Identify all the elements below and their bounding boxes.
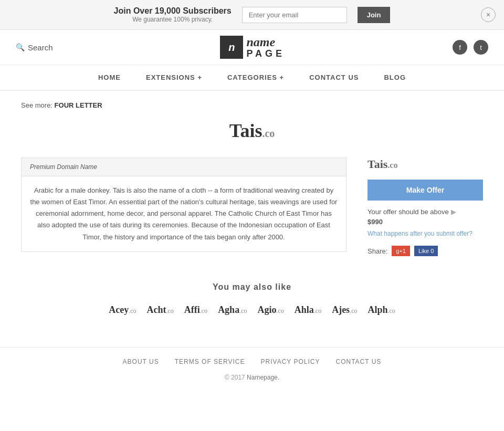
top-banner: Join Over 19,000 Subscribers We guarante… <box>0 0 504 30</box>
logo[interactable]: n name PAGE <box>220 35 285 59</box>
domain-link-item[interactable]: Agio.co <box>257 304 284 316</box>
domain-item-name: Agio <box>257 304 276 315</box>
domain-link-item[interactable]: Ahla.co <box>295 304 321 316</box>
banner-text: Join Over 19,000 Subscribers We guarante… <box>114 6 232 23</box>
banner-close-button[interactable]: × <box>481 7 496 22</box>
domain-item-name: Affi <box>184 304 200 315</box>
domain-item-name: Agha <box>218 304 239 315</box>
fb-like-label: Like <box>418 248 429 254</box>
domain-main-name: Tais.co <box>229 120 275 141</box>
domain-item-tld: .co <box>200 307 207 314</box>
banner-email-input[interactable] <box>242 7 347 23</box>
nav-extensions[interactable]: EXTENSIONS + <box>133 65 215 90</box>
desc-header: Premium Domain Name <box>22 158 346 176</box>
domain-item-name: Alph <box>368 304 387 315</box>
facebook-like-button[interactable]: Like 0 <box>414 246 438 256</box>
logo-icon-box: n <box>220 36 243 59</box>
nav-home[interactable]: HOME <box>86 65 133 90</box>
main-content: See more: FOUR LETTER Tais.co Premium Do… <box>0 91 504 347</box>
domain-link-item[interactable]: Agha.co <box>218 304 247 316</box>
banner-subline: We guarantee 100% privacy. <box>114 16 232 23</box>
desc-body: Arabic for a male donkey. Tais is also t… <box>22 176 346 251</box>
domain-link-item[interactable]: Acht.co <box>146 304 173 316</box>
gplus-label: g+1 <box>396 248 406 254</box>
share-row: Share: g+1 Like 0 <box>368 246 483 256</box>
copyright-text: © 2017 <box>225 374 245 381</box>
offer-info: Your offer should be above ▶ <box>368 208 483 216</box>
content-grid: Premium Domain Name Arabic for a male do… <box>21 157 483 256</box>
search-icon: 🔍 <box>16 43 25 51</box>
domain-link-item[interactable]: Acey.co <box>109 304 136 316</box>
search-label: Search <box>28 43 53 52</box>
footer-link-item[interactable]: PRIVACY POLICY <box>261 358 320 365</box>
domain-link-item[interactable]: Affi.co <box>184 304 207 316</box>
offer-min: $990 <box>368 218 483 226</box>
banner-headline: Join Over 19,000 Subscribers <box>114 6 232 16</box>
banner-join-button[interactable]: Join <box>358 7 391 23</box>
logo-name: name <box>246 35 285 49</box>
domain-item-tld: .co <box>239 307 247 314</box>
domain-title: Tais.co <box>21 120 483 142</box>
domain-item-tld: .co <box>388 307 395 314</box>
also-like-heading: You may also like <box>21 282 483 292</box>
search-trigger[interactable]: 🔍 Search <box>16 43 53 52</box>
domain-item-name: Acht <box>146 304 166 315</box>
footer-links: ABOUT USTERMS OF SERVICEPRIVACY POLICYCO… <box>10 358 494 365</box>
domain-item-name: Ajes <box>332 304 350 315</box>
copyright-link[interactable]: Namepage. <box>247 374 279 381</box>
main-nav: HOME EXTENSIONS + CATEGORIES + CONTACT U… <box>0 65 504 91</box>
share-label: Share: <box>368 247 387 255</box>
make-offer-button[interactable]: Make Offer <box>368 180 483 201</box>
logo-icon: n <box>228 41 235 54</box>
nav-contact[interactable]: CONTACT US <box>297 65 371 90</box>
domain-item-tld: .co <box>276 307 284 314</box>
nav-blog[interactable]: BLOG <box>371 65 418 90</box>
offer-name-text: Tais <box>368 157 387 171</box>
logo-page: PAGE <box>246 49 285 59</box>
header: 🔍 Search n name PAGE f t <box>0 30 504 65</box>
offer-tld-text: .co <box>387 161 397 170</box>
fb-like-count: 0 <box>430 248 434 254</box>
domain-item-tld: .co <box>350 307 357 314</box>
domain-item-name: Ahla <box>295 304 314 315</box>
footer-copyright: © 2017 Namepage. <box>10 374 494 381</box>
footer-link-item[interactable]: CONTACT US <box>335 358 381 365</box>
description-box: Premium Domain Name Arabic for a male do… <box>21 157 346 251</box>
logo-text-area: name PAGE <box>243 35 285 59</box>
nav-categories[interactable]: CATEGORIES + <box>215 65 297 90</box>
social-icons: f t <box>453 40 488 55</box>
also-like-domains: Acey.coAcht.coAffi.coAgha.coAgio.coAhla.… <box>21 304 483 316</box>
domain-item-tld: .co <box>314 307 321 314</box>
offer-what-happens-link[interactable]: What happens after you submit offer? <box>368 230 483 237</box>
offer-arrow-icon: ▶ <box>451 208 456 216</box>
breadcrumb-prefix: See more: <box>21 101 52 109</box>
also-like-section: You may also like Acey.coAcht.coAffi.coA… <box>21 282 483 337</box>
breadcrumb: See more: FOUR LETTER <box>21 101 483 109</box>
domain-link-item[interactable]: Ajes.co <box>332 304 357 316</box>
footer-link-item[interactable]: ABOUT US <box>123 358 159 365</box>
facebook-icon[interactable]: f <box>453 40 467 55</box>
domain-name-text: Tais <box>229 120 262 141</box>
gplus-button[interactable]: g+1 <box>392 246 410 256</box>
offer-panel: Tais.co Make Offer Your offer should be … <box>368 157 483 256</box>
domain-item-tld: .co <box>129 307 136 314</box>
twitter-icon[interactable]: t <box>474 40 488 55</box>
footer-link-item[interactable]: TERMS OF SERVICE <box>175 358 245 365</box>
domain-tld-title: .co <box>262 128 275 139</box>
domain-item-name: Acey <box>109 304 129 315</box>
footer: ABOUT USTERMS OF SERVICEPRIVACY POLICYCO… <box>0 347 504 392</box>
offer-above-label: Your offer should be above <box>368 208 449 216</box>
domain-link-item[interactable]: Alph.co <box>368 304 395 316</box>
domain-item-tld: .co <box>166 307 173 314</box>
offer-domain-name: Tais.co <box>368 157 483 171</box>
breadcrumb-link[interactable]: FOUR LETTER <box>55 101 102 109</box>
